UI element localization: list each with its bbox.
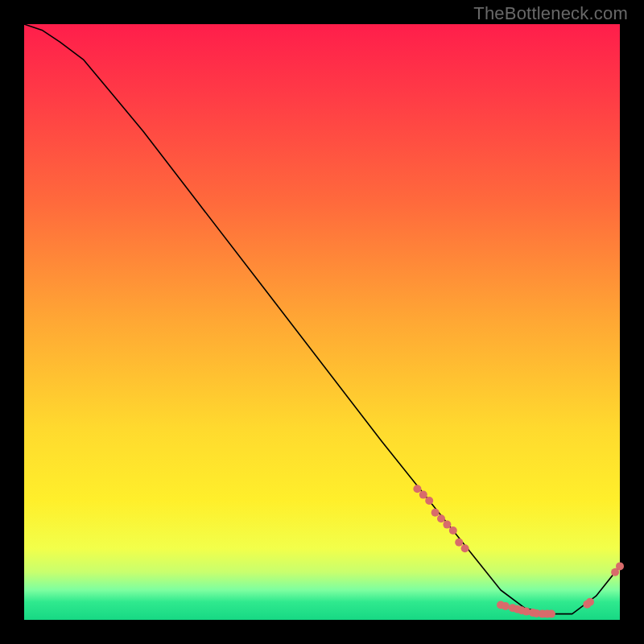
scatter-marker xyxy=(616,562,624,570)
scatter-marker xyxy=(437,514,445,522)
scatter-marker xyxy=(419,491,427,499)
scatter-marker xyxy=(586,598,594,606)
scatter-markers xyxy=(413,485,624,617)
scatter-marker xyxy=(425,497,433,505)
chart-frame: TheBottleneck.com xyxy=(0,0,644,644)
scatter-marker xyxy=(443,521,451,529)
scatter-marker xyxy=(413,485,421,493)
scatter-marker xyxy=(449,526,457,535)
curve-svg xyxy=(24,24,620,620)
bottleneck-curve xyxy=(24,24,620,614)
scatter-marker xyxy=(502,602,510,610)
scatter-marker xyxy=(547,610,555,618)
scatter-marker xyxy=(431,509,440,517)
scatter-marker xyxy=(461,544,469,552)
plot-area xyxy=(24,24,620,620)
scatter-marker xyxy=(455,539,463,547)
watermark-text: TheBottleneck.com xyxy=(473,3,628,24)
